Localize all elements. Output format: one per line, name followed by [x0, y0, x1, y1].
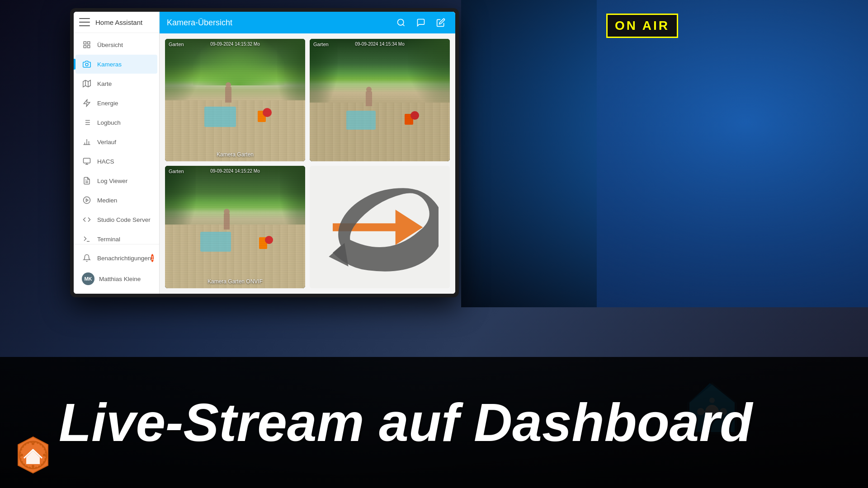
sidebar-item-hacs[interactable]: HACS: [75, 152, 157, 171]
bottom-title: Live-Stream auf Dashboard: [59, 396, 752, 449]
code-icon: [82, 215, 92, 225]
sidebar-bottom: Benachrichtigungen 1 MK Matthias Kleine: [74, 244, 159, 294]
bottom-bar: Live-Stream auf Dashboard: [0, 357, 868, 488]
arrow-svg: [321, 182, 439, 272]
sidebar-item-kameras[interactable]: Kameras: [75, 55, 157, 74]
svg-rect-2: [84, 46, 86, 48]
bottom-logo: [13, 435, 53, 475]
sidebar-label-medien: Medien: [97, 197, 117, 204]
chat-button[interactable]: [414, 15, 428, 30]
sidebar-title: Home Assistant: [95, 19, 142, 26]
terminal-icon: [82, 234, 92, 244]
search-button[interactable]: [394, 15, 408, 30]
camera-timestamp-1: 09-09-2024 14:15:32 Mo: [165, 42, 305, 47]
sidebar-item-log-viewer[interactable]: Log Viewer: [75, 171, 157, 190]
arrow-graphic-area: [310, 166, 450, 288]
svg-point-34: [32, 442, 34, 445]
sidebar-item-ubersicht[interactable]: Übersicht: [75, 35, 157, 54]
main-header: Kamera-Übersicht: [160, 12, 455, 33]
sidebar-label-kameras: Kameras: [97, 61, 122, 68]
monitor-frame: Home Assistant Übersicht: [70, 8, 459, 297]
camera-card-2[interactable]: Garten 09-09-2024 14:15:34 Mo: [310, 39, 450, 161]
ha-app-container: Home Assistant Übersicht: [74, 12, 455, 294]
benachrichtigungen-label: Benachrichtigungen: [97, 255, 151, 262]
username-label: Matthias Kleine: [99, 276, 141, 282]
user-avatar: MK: [82, 272, 94, 285]
camera-label-3: Kamera Garten ONVIF: [165, 278, 305, 285]
bottom-title-wrapper: Live-Stream auf Dashboard: [59, 396, 752, 449]
edit-button[interactable]: [434, 15, 448, 30]
sidebar-label-studio-code-server: Studio Code Server: [97, 216, 151, 223]
camera-feed-1: [165, 39, 305, 161]
grid-icon: [82, 40, 92, 50]
arrow-card: [310, 166, 450, 288]
bell-icon: [82, 253, 92, 263]
svg-marker-8: [84, 100, 90, 107]
sidebar-item-studio-code-server[interactable]: Studio Code Server: [75, 210, 157, 229]
chart-icon: [82, 137, 92, 147]
camera-timestamp-2: 09-09-2024 14:15:34 Mo: [310, 42, 450, 47]
svg-rect-19: [84, 158, 90, 163]
svg-line-29: [403, 24, 405, 26]
sidebar-item-user[interactable]: MK Matthias Kleine: [75, 268, 157, 290]
gear-house-logo: [13, 435, 53, 475]
monitor-wrapper: Home Assistant Übersicht: [70, 8, 459, 297]
person-area: [597, 0, 868, 307]
svg-point-35: [32, 465, 34, 468]
sidebar-item-logbuch[interactable]: Logbuch: [75, 113, 157, 132]
sidebar-label-ubersicht: Übersicht: [97, 42, 123, 48]
sidebar-label-energie: Energie: [97, 100, 118, 107]
log-icon: [82, 176, 92, 186]
ha-main-content: Kamera-Übersicht: [160, 12, 455, 294]
main-title: Kamera-Übersicht: [167, 18, 232, 28]
sidebar-item-benachrichtigungen[interactable]: Benachrichtigungen 1: [75, 249, 157, 267]
hacs-icon: [82, 156, 92, 166]
svg-rect-3: [88, 46, 90, 48]
camera-timestamp-3: 09-09-2024 14:15:22 Mo: [165, 169, 305, 174]
header-actions: [394, 15, 448, 30]
ha-sidebar: Home Assistant Übersicht: [74, 12, 160, 294]
list-icon: [82, 117, 92, 127]
sidebar-item-terminal[interactable]: Terminal: [75, 230, 157, 244]
camera-grid: Garten 09-09-2024 14:15:32 Mo Kamera Gar…: [160, 33, 455, 294]
camera-label-1: Kamera Garten: [165, 151, 305, 158]
svg-point-4: [85, 63, 88, 66]
sidebar-label-hacs: HACS: [97, 158, 114, 165]
monitor-screen: Home Assistant Übersicht: [74, 12, 455, 294]
media-icon: [82, 195, 92, 205]
sidebar-item-energie[interactable]: Energie: [75, 94, 157, 113]
sidebar-label-verlauf: Verlauf: [97, 139, 116, 145]
camera-feed-3: [165, 166, 305, 288]
sidebar-label-log-viewer: Log Viewer: [97, 178, 127, 184]
svg-point-36: [20, 454, 23, 456]
camera-feed-2: [310, 39, 450, 161]
sidebar-label-terminal: Terminal: [97, 236, 120, 243]
svg-rect-1: [88, 42, 90, 44]
svg-point-28: [398, 19, 404, 25]
on-air-sign: ON AIR: [606, 14, 678, 38]
camera-icon: [82, 59, 92, 69]
sidebar-label-logbuch: Logbuch: [97, 119, 121, 126]
svg-point-24: [84, 197, 90, 204]
menu-button[interactable]: [79, 18, 90, 26]
sidebar-item-verlauf[interactable]: Verlauf: [75, 132, 157, 151]
sidebar-label-karte: Karte: [97, 80, 112, 87]
camera-card-3[interactable]: Garten 09-09-2024 14:15:22 Mo Kamera Gar…: [165, 166, 305, 288]
sidebar-item-medien[interactable]: Medien: [75, 191, 157, 210]
sidebar-header: Home Assistant: [74, 12, 159, 33]
sidebar-nav: Übersicht Kameras: [74, 33, 159, 244]
svg-marker-5: [83, 80, 91, 87]
lightning-icon: [82, 98, 92, 108]
camera-card-1[interactable]: Garten 09-09-2024 14:15:32 Mo Kamera Gar…: [165, 39, 305, 161]
map-icon: [82, 79, 92, 89]
sidebar-item-karte[interactable]: Karte: [75, 74, 157, 93]
svg-point-37: [43, 454, 46, 456]
notification-badge: 1: [151, 254, 154, 262]
svg-rect-0: [84, 42, 86, 44]
svg-marker-25: [86, 199, 89, 202]
